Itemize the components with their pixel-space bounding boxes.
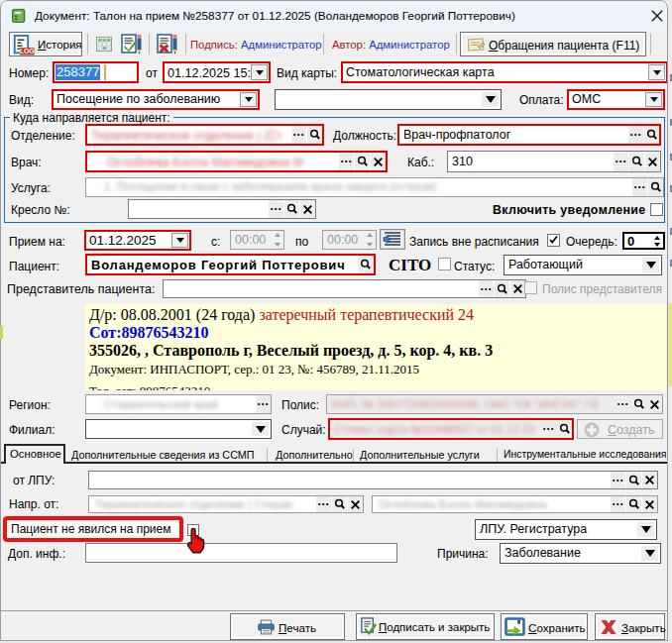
svg-text:LOG: LOG [20, 48, 35, 54]
